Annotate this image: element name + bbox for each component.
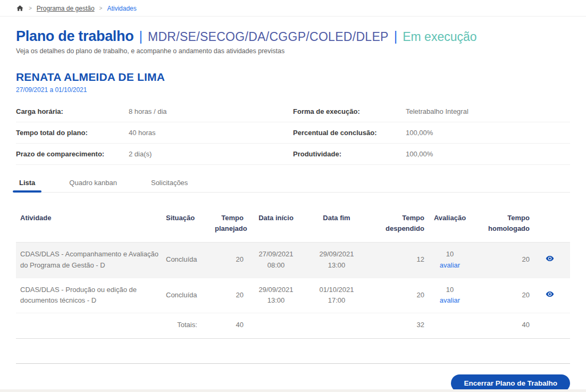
column-header-actions: [536, 205, 570, 243]
avaliar-link[interactable]: avaliar: [431, 295, 469, 306]
activity-tempo-homologado: 20: [475, 243, 536, 278]
activity-row: CDAS/DLAS - Acompanhamento e Avaliação d…: [16, 243, 570, 278]
info-label: Prazo de comparecimento:: [16, 150, 129, 158]
avaliar-link[interactable]: avaliar: [431, 260, 469, 271]
info-value: 8 horas / dia: [129, 107, 167, 115]
info-label: Percentual de conclusão:: [293, 129, 406, 137]
data-inicio-time: 08:00: [250, 260, 302, 271]
activity-tempo-homologado: 20: [475, 278, 536, 313]
data-inicio-time: 13:00: [250, 295, 302, 306]
section-divider: [16, 363, 570, 364]
breadcrumb: > Programa de gestão > Atividades: [0, 0, 586, 16]
home-breadcrumb-link[interactable]: [16, 4, 24, 12]
info-label: Forma de execução:: [293, 107, 406, 115]
info-row-produtividade: Produtividade: 100,00%: [293, 144, 570, 165]
view-activity-button[interactable]: [545, 289, 555, 299]
page-title: Plano de trabalho: [16, 28, 133, 45]
plan-period: 27/09/2021 a 01/10/2021: [16, 86, 570, 94]
activity-avaliacao: 10 avaliar: [431, 278, 475, 313]
column-header-atividade: Atividade: [16, 205, 166, 243]
info-value: Teletrabalho Integral: [406, 107, 468, 115]
plan-status-label: Em execução: [403, 30, 476, 44]
tab-lista[interactable]: Lista: [16, 174, 38, 192]
tab-quadro-kanban[interactable]: Quadro kanban: [66, 174, 120, 192]
column-header-data-fim: Data fim: [308, 205, 371, 243]
totals-label: Totais:: [166, 313, 215, 339]
activity-tempo-planejado: 20: [215, 278, 250, 313]
data-fim-time: 13:00: [308, 260, 365, 271]
column-header-tempo-homologado: Tempo homologado: [475, 205, 536, 243]
info-row-forma-execucao: Forma de execução: Teletrabalho Integral: [293, 101, 570, 122]
info-row-carga-horaria: Carga horária: 8 horas / dia: [16, 101, 293, 122]
activity-data-fim: 29/09/2021 13:00: [308, 243, 371, 278]
totals-tempo-despendido: 32: [371, 313, 431, 339]
title-separator: |: [139, 29, 143, 44]
info-value: 40 horas: [129, 129, 156, 137]
breadcrumb-item-programa-de-gestao[interactable]: Programa de gestão: [37, 5, 95, 12]
plan-info-left-column: Carga horária: 8 horas / dia Tempo total…: [16, 101, 293, 165]
activity-data-inicio: 27/09/2021 08:00: [250, 243, 308, 278]
page-subtitle: Veja os detalhes do plano de trabalho, e…: [16, 47, 570, 55]
info-value: 100,00%: [406, 129, 433, 137]
page-title-row: Plano de trabalho | MDR/SE/SECOG/DA/CGGP…: [16, 28, 570, 45]
activity-data-fim: 01/10/2021 17:00: [308, 278, 371, 313]
activities-table: Atividade Situação Tempo planejado Data …: [16, 205, 570, 339]
home-icon: [16, 4, 24, 12]
breadcrumb-separator: >: [99, 5, 103, 11]
data-fim-date: 29/09/2021: [308, 249, 365, 260]
activity-tempo-despendido: 20: [371, 278, 431, 313]
info-label: Carga horária:: [16, 107, 129, 115]
avaliacao-value: 10: [446, 286, 454, 294]
tab-bar: Lista Quadro kanban Solicitações: [16, 174, 570, 193]
data-fim-date: 01/10/2021: [308, 285, 365, 296]
tab-solicitacoes[interactable]: Solicitações: [148, 174, 191, 192]
info-value: 2 dia(s): [129, 150, 152, 158]
person-name: RENATA ALMEIDA DE LIMA: [16, 71, 570, 84]
title-separator: |: [394, 29, 398, 44]
info-label: Tempo total do plano:: [16, 129, 129, 137]
avaliacao-value: 10: [446, 250, 454, 258]
breadcrumb-item-atividades[interactable]: Atividades: [107, 5, 136, 12]
info-row-prazo-comparecimento: Prazo de comparecimento: 2 dia(s): [16, 144, 293, 165]
info-row-tempo-total: Tempo total do plano: 40 horas: [16, 122, 293, 144]
totals-tempo-planejado: 40: [215, 313, 250, 339]
eye-icon: [546, 290, 554, 298]
activity-tempo-despendido: 12: [371, 243, 431, 278]
column-header-situacao: Situação: [166, 205, 215, 243]
eye-icon: [546, 254, 554, 263]
table-header-row: Atividade Situação Tempo planejado Data …: [16, 205, 570, 243]
activity-tempo-planejado: 20: [215, 243, 250, 278]
activity-avaliacao: 10 avaliar: [431, 243, 475, 278]
column-header-tempo-planejado: Tempo planejado: [215, 205, 250, 243]
info-row-percentual-conclusao: Percentual de conclusão: 100,00%: [293, 122, 570, 144]
activity-name: CDAS/DLAS - Acompanhamento e Avaliação d…: [16, 243, 166, 278]
activity-data-inicio: 29/09/2021 13:00: [250, 278, 308, 313]
activity-name: CDAS/DLAS - Produção ou edição de docume…: [16, 278, 166, 313]
breadcrumb-separator: >: [29, 5, 32, 11]
info-value: 100,00%: [406, 150, 433, 158]
column-header-avaliacao: Avaliação: [431, 205, 475, 243]
plan-info-grid: Carga horária: 8 horas / dia Tempo total…: [16, 101, 570, 165]
plan-info-right-column: Forma de execução: Teletrabalho Integral…: [293, 101, 570, 165]
data-inicio-date: 29/09/2021: [250, 285, 302, 296]
activity-status: Concluída: [166, 278, 215, 313]
column-header-tempo-despendido: Tempo despendido: [371, 205, 431, 243]
bottom-edge-strip: [0, 389, 586, 392]
view-activity-button[interactable]: [545, 253, 555, 264]
org-unit-label: MDR/SE/SECOG/DA/CGGP/COLED/DLEP: [148, 30, 389, 44]
totals-row: Totais: 40 32 40: [16, 313, 570, 339]
activity-status: Concluída: [166, 243, 215, 278]
activity-row: CDAS/DLAS - Produção ou edição de docume…: [16, 278, 570, 313]
info-label: Produtividade:: [293, 150, 406, 158]
data-inicio-date: 27/09/2021: [250, 249, 302, 260]
column-header-data-inicio: Data início: [250, 205, 308, 243]
data-fim-time: 17:00: [308, 295, 365, 306]
totals-tempo-homologado: 40: [475, 313, 536, 339]
